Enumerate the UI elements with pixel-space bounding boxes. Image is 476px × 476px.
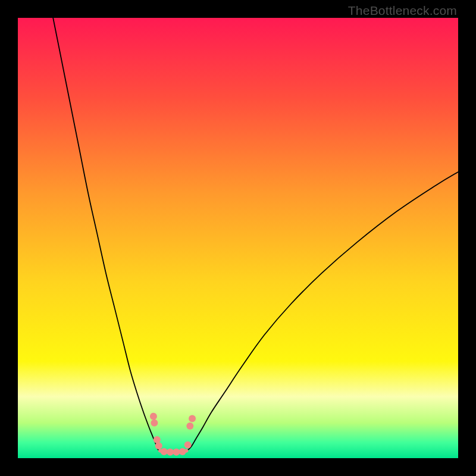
dot-floor-4 <box>179 448 186 455</box>
dot-floor-3 <box>173 449 180 456</box>
dot-floor-2 <box>167 449 174 456</box>
chart-svg <box>18 18 458 458</box>
plot-area <box>18 18 458 458</box>
chart-frame: TheBottleneck.com <box>0 0 476 476</box>
watermark-text: TheBottleneck.com <box>348 4 457 18</box>
dot-left-upper-b <box>151 419 158 427</box>
dot-left-lower-a <box>154 436 161 443</box>
dot-right-upper-a <box>189 415 196 422</box>
dot-left-upper-a <box>150 413 157 420</box>
dot-right-upper-b <box>186 422 193 430</box>
dot-left-lower-b <box>155 442 162 449</box>
dot-floor-1 <box>161 448 168 455</box>
background-gradient <box>18 18 458 458</box>
dot-right-lower-a <box>184 441 192 449</box>
